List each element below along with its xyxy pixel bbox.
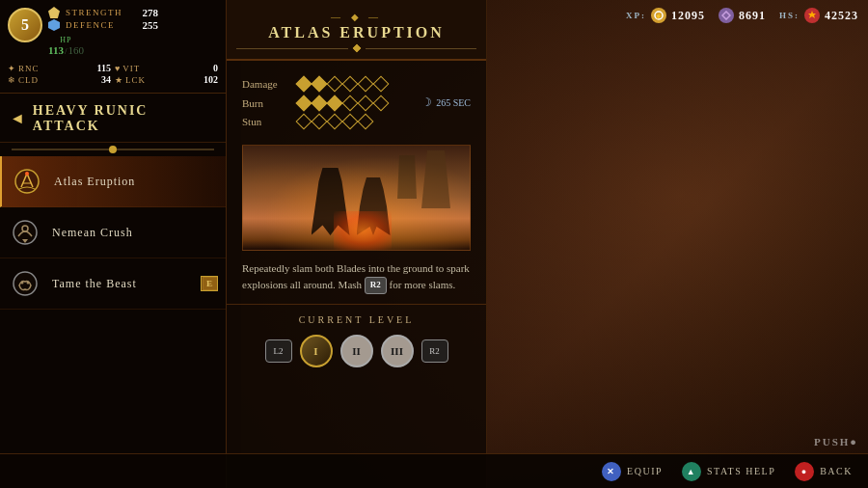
- burn-label: Burn: [242, 97, 290, 109]
- lck-value: 102: [203, 74, 218, 85]
- cld-icon: ❄: [8, 75, 15, 85]
- timer-value: 265 SEC: [436, 97, 471, 108]
- ornament-diamond: [352, 44, 360, 52]
- vit-stat: ♥ VIT 0: [115, 63, 218, 73]
- rnc-icon: ✦: [8, 64, 15, 73]
- level-value: 5: [21, 16, 29, 34]
- timer: ☽ 265 SEC: [421, 95, 471, 110]
- damage-d4: [342, 76, 359, 93]
- burn-row: Burn ☽ 265 SEC: [242, 95, 471, 110]
- damage-d6: [373, 76, 390, 93]
- lck-label: LCK: [125, 75, 146, 85]
- burn-d5: [358, 95, 374, 111]
- hs-value: 42523: [825, 9, 858, 23]
- ruin1: [421, 150, 450, 208]
- lck-icon: ★: [115, 75, 122, 85]
- top-ornament: — ◆ —: [236, 12, 476, 22]
- level-2-button[interactable]: II: [340, 335, 373, 367]
- level-buttons: L2 I II III R2: [242, 335, 471, 367]
- crystal-value: 8691: [739, 9, 766, 23]
- skill-description: Repeatedly slam both Blades into the gro…: [227, 260, 486, 304]
- skill-name-nemean: Nemean Crush: [52, 226, 133, 240]
- svg-point-8: [14, 272, 37, 295]
- level-1-button[interactable]: I: [300, 335, 333, 367]
- skill-item-atlas-eruption[interactable]: Atlas Eruption: [0, 156, 226, 207]
- lck-stat: ★ LCK 102: [115, 74, 218, 85]
- defence-label: DEFENCE: [66, 20, 123, 30]
- crystal-icon: [719, 8, 734, 23]
- equip-action[interactable]: ✕ EQUIP: [602, 462, 663, 481]
- stats-help-action[interactable]: ▲ STATS HELP: [682, 462, 775, 481]
- svg-marker-2: [722, 12, 730, 19]
- hp-max: 160: [68, 44, 84, 56]
- back-label: BACK: [820, 466, 853, 476]
- svg-point-10: [27, 282, 30, 285]
- mid-panel: — ◆ — ATLAS ERUPTION Damage Burn: [227, 0, 487, 488]
- xp-stat: XP: ⚡ 12095: [626, 8, 705, 23]
- x-button: ✕: [602, 462, 621, 481]
- svg-marker-3: [808, 11, 816, 18]
- bottom-ornament: [236, 45, 476, 51]
- burn-d2: [312, 95, 328, 111]
- xp-value: 12095: [671, 9, 705, 23]
- moon-icon: ☽: [421, 95, 432, 110]
- left-panel: 5 STRENGTH 278 DEFENCE 255 HP 113 / 160 …: [0, 0, 227, 488]
- skill-item-tame-the-beast[interactable]: Tame the Beast E E: [0, 258, 226, 310]
- crystal-stat: 8691: [719, 8, 766, 23]
- skill-name-tame: Tame the Beast: [52, 277, 137, 291]
- hp-current: 113: [48, 44, 64, 56]
- damage-d5: [358, 76, 374, 93]
- strength-stat: STRENGTH 278: [48, 7, 218, 18]
- burn-d4: [342, 95, 359, 111]
- watermark: PUSH●: [814, 436, 858, 447]
- defence-value: 255: [129, 19, 158, 31]
- skill-equip-badge: E: [201, 276, 218, 291]
- svg-point-9: [21, 282, 24, 285]
- cld-value: 34: [101, 74, 111, 85]
- defence-stat: DEFENCE 255: [48, 19, 218, 31]
- svg-text:⚡: ⚡: [655, 13, 663, 20]
- svg-point-5: [25, 172, 29, 176]
- vit-value: 0: [213, 63, 218, 73]
- stun-label: Stun: [242, 116, 290, 127]
- l2-button[interactable]: L2: [265, 339, 292, 363]
- back-action[interactable]: ● BACK: [795, 462, 853, 481]
- xp-icon: ⚡: [651, 8, 666, 23]
- rnc-stat: ✦ RNC 115: [8, 63, 111, 73]
- slider-track[interactable]: [12, 149, 214, 150]
- strength-label: STRENGTH: [66, 8, 123, 17]
- hs-label: HS:: [779, 11, 800, 20]
- bottom-bar: ✕ EQUIP ▲ STATS HELP ● BACK: [0, 453, 868, 488]
- rnc-label: RNC: [18, 64, 40, 73]
- level-badge: 5: [8, 8, 42, 42]
- top-stats-bar: XP: ⚡ 12095 8691 HS: 42523: [626, 8, 858, 23]
- level-3-button[interactable]: III: [381, 335, 414, 367]
- cld-label: CLD: [18, 75, 39, 85]
- section-header: ◄ HEAVY RUNIC ATTACK: [0, 93, 226, 143]
- stun-d1: [296, 114, 312, 130]
- vit-label: VIT: [122, 64, 140, 73]
- stun-d4: [342, 114, 359, 130]
- skill-item-nemean-crush[interactable]: Nemean Crush: [0, 207, 226, 258]
- equip-label: EQUIP: [627, 466, 663, 476]
- current-level-section: CURRENT LEVEL L2 I II III R2: [227, 304, 486, 377]
- skill-main-title: ATLAS ERUPTION: [236, 24, 476, 41]
- fire-effect: [334, 211, 392, 250]
- stun-d5: [358, 114, 374, 130]
- skill-list: Atlas Eruption Nemean Crush: [0, 156, 226, 310]
- stun-diamonds: [298, 116, 471, 127]
- r2-button[interactable]: R2: [421, 339, 448, 363]
- stun-d2: [312, 114, 328, 130]
- burn-d6: [373, 95, 390, 111]
- skill-stats: Damage Burn ☽ 265 SEC: [227, 61, 486, 145]
- skill-name-atlas: Atlas Eruption: [54, 175, 135, 189]
- strength-icon: [48, 7, 60, 18]
- skill-title-bar: — ◆ — ATLAS ERUPTION: [227, 0, 486, 61]
- tame-beast-icon: [10, 268, 41, 299]
- xp-label: XP:: [626, 11, 646, 20]
- nemean-crush-icon: [10, 217, 41, 248]
- skill-desc-text: Repeatedly slam both Blades into the gro…: [242, 260, 471, 294]
- circle-button: ●: [795, 462, 814, 481]
- strength-value: 278: [129, 7, 158, 18]
- current-level-title: CURRENT LEVEL: [242, 314, 471, 325]
